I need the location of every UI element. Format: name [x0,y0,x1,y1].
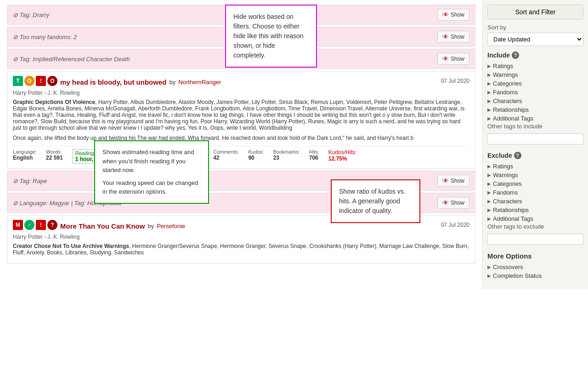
arrow-icon: ▶ [487,72,491,77]
stats-row-1: Language: English Words: 22 591 Reading … [13,146,469,164]
eye-icon-5: 👁 [442,199,449,207]
other-tags-exclude-input[interactable] [487,234,583,245]
arrow-icon: ▶ [487,172,491,178]
rating-icons-1: T O ! O [13,76,57,86]
arrow-icon: ▶ [487,216,491,221]
work-fandom-1: Harry Potter - J. K. Rowling [13,90,469,96]
work-by-label-1: by [169,79,175,86]
stat-kudos: Kudos: 90 [248,149,264,164]
rating-excl: ! [36,76,46,86]
show-button-1[interactable]: 👁 Show [437,9,469,21]
stat-hits: Hits: 706 [309,149,319,164]
show-button-5[interactable]: 👁 Show [437,197,469,209]
arrow-icon: ▶ [487,98,491,104]
filter-text-2: ⊘ Too many fandoms: 2 [13,34,77,40]
more-options-section: More Options ▶ Crossovers ▶ Completion S… [487,252,583,280]
sidebar-item-crossovers[interactable]: ▶ Crossovers [487,263,583,271]
eye-icon-3: 👁 [442,55,449,63]
sidebar-item-additionaltags-exclude[interactable]: ▶ Additional Tags [487,214,583,223]
stat-bookmarks: Bookmarks: 23 [273,149,300,164]
arrow-icon: ▶ [487,116,491,121]
other-tags-include-label: Other tags to include [487,123,583,130]
show-button-3[interactable]: 👁 Show [437,53,469,65]
filter-text-4: ⊘ Tag: Rape [13,178,47,184]
arrow-icon: ▶ [487,199,491,204]
arrow-icon: ▶ [487,273,491,278]
eye-icon-1: 👁 [442,11,449,18]
rating-circle-2: ? [47,220,57,230]
arrow-icon: ▶ [487,63,491,69]
rating-o: O [24,76,34,86]
sidebar-item-relationships-exclude[interactable]: ▶ Relationships [487,206,583,214]
stat-comments: Comments: 42 [213,149,239,164]
stat-language: Language: English [13,149,37,164]
show-button-4[interactable]: 👁 Show [437,175,469,187]
arrow-icon: ▶ [487,190,491,195]
exclude-help-icon[interactable]: ? [514,152,521,159]
more-options-title: More Options [487,252,583,260]
sidebar-item-categories-include[interactable]: ▶ Categories [487,79,583,88]
sort-select[interactable]: Date Updated [487,33,583,46]
rating-t: T [13,76,23,86]
exclude-section: Exclude ? ▶ Ratings ▶ Warnings ▶ Categor… [487,152,583,247]
rating-icons-2: M ♂ ! ? [13,220,57,230]
show-button-2[interactable]: 👁 Show [437,31,469,43]
work-date-2: 07 Jul 2020 [441,222,469,228]
arrow-icon: ▶ [487,81,491,86]
arrow-icon: ▶ [487,164,491,169]
work-author-2[interactable]: Persefonie [157,223,185,230]
work-date-1: 07 Jul 2020 [441,78,469,84]
summary-1: Once again, she lifted the body up and t… [13,134,469,142]
stat-kudos-hits: Kudos/Hits: 12.75% [328,149,356,164]
include-section: Include ? ▶ Ratings ▶ Warnings ▶ Categor… [487,52,583,147]
rating-excl-2: ! [36,220,46,230]
sidebar-item-ratings-exclude[interactable]: ▶ Ratings [487,162,583,171]
work-author-1[interactable]: NorthernRanger [178,79,221,86]
stat-words: Words: 22 591 [46,149,63,164]
eye-icon-4: 👁 [442,177,449,184]
work-fandom-2: Harry Potter - J. K. Rowling [13,234,469,240]
include-title: Include ? [487,52,583,59]
other-tags-exclude-label: Other tags to exclude [487,223,583,230]
sidebar-item-warnings-exclude[interactable]: ▶ Warnings [487,171,583,179]
filter-text-1: ⊘ Tag: Drarry [13,12,49,18]
warning-label-2: Creator Chose Not To Use Archive Warning… [13,243,129,249]
sidebar-item-fandoms-exclude[interactable]: ▶ Fandoms [487,188,583,197]
tooltip-green: Shows estimated reading time and when yo… [94,140,209,204]
sidebar-item-ratings-include[interactable]: ▶ Ratings [487,62,583,70]
arrow-icon: ▶ [487,181,491,186]
tags-section-1: Graphic Depictions Of Violence, Harry Po… [13,99,469,131]
sort-filter-button[interactable]: Sort and Filter [487,5,583,19]
rating-m: M [13,220,23,230]
sidebar-item-warnings-include[interactable]: ▶ Warnings [487,70,583,79]
work-title-1[interactable]: my head is bloody, but unbowed [60,78,166,86]
arrow-icon: ▶ [487,264,491,270]
arrow-icon: ▶ [487,107,491,112]
tooltip-red: Show ratio of kudos vs. hits. A generall… [331,179,420,223]
work-entry-1: T O ! O my head is bloody, but unbowed b… [7,71,475,169]
arrow-icon: ▶ [487,90,491,95]
tooltip-pink: Hide works based on filters. Choose to e… [225,5,317,68]
work-by-label-2: by [147,223,154,230]
filter-text-3: ⊘ Tag: Implied/Referenced Character Deat… [13,56,130,63]
sort-by-label: Sort by [487,24,583,31]
arrow-icon: ▶ [487,207,491,213]
rating-circle-m: ♂ [24,220,34,230]
work-title-2[interactable]: More Than You Can Know [60,222,145,230]
sidebar: Sort and Filter Sort by Date Updated Inc… [482,0,588,289]
other-tags-include-input[interactable] [487,133,583,144]
sidebar-item-characters-exclude[interactable]: ▶ Characters [487,197,583,206]
include-help-icon[interactable]: ? [512,52,519,59]
sidebar-item-characters-include[interactable]: ▶ Characters [487,97,583,105]
warning-label-1: Graphic Depictions Of Violence [13,99,95,105]
sidebar-item-fandoms-include[interactable]: ▶ Fandoms [487,88,583,97]
eye-icon-2: 👁 [442,33,449,40]
sidebar-item-relationships-include[interactable]: ▶ Relationships [487,105,583,114]
rating-circle-1: O [47,76,57,86]
sidebar-item-categories-exclude[interactable]: ▶ Categories [487,179,583,188]
sidebar-item-additionaltags-include[interactable]: ▶ Additional Tags [487,114,583,123]
exclude-title: Exclude ? [487,152,583,159]
sidebar-item-completion-status[interactable]: ▶ Completion Status [487,271,583,280]
tags-section-2: Creator Chose Not To Use Archive Warning… [13,243,469,256]
